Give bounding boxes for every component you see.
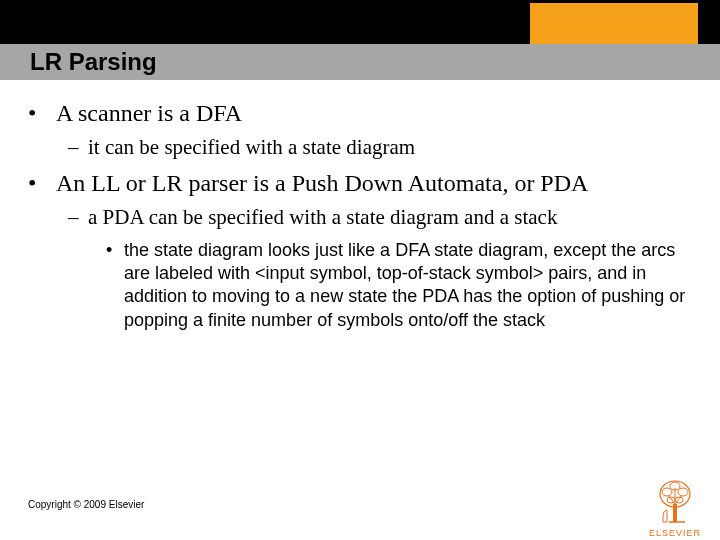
bullet-text: it can be specified with a state diagram — [88, 134, 415, 160]
copyright-text: Copyright © 2009 Elsevier — [28, 499, 144, 510]
elsevier-logo-text: ELSEVIER — [640, 528, 710, 538]
elsevier-tree-icon — [649, 478, 701, 526]
bullet-level2: – it can be specified with a state diagr… — [68, 134, 692, 160]
slide-title: LR Parsing — [30, 48, 157, 76]
bullet-text: the state diagram looks just like a DFA … — [124, 239, 692, 333]
svg-point-2 — [662, 488, 672, 496]
bullet-dash-icon: – — [68, 204, 88, 230]
bullet-text: An LL or LR parser is a Push Down Automa… — [56, 168, 588, 198]
svg-point-3 — [678, 488, 688, 496]
bullet-level1: • An LL or LR parser is a Push Down Auto… — [28, 168, 692, 198]
bullet-dash-icon: – — [68, 134, 88, 160]
bullet-level2: – a PDA can be specified with a state di… — [68, 204, 692, 230]
content-area: • A scanner is a DFA – it can be specifi… — [28, 98, 692, 340]
bullet-text: A scanner is a DFA — [56, 98, 242, 128]
elsevier-logo: ELSEVIER — [640, 478, 710, 538]
bullet-level1: • A scanner is a DFA — [28, 98, 692, 128]
bullet-dot-icon: • — [28, 98, 56, 128]
header-orange-box — [530, 3, 698, 44]
title-bar: LR Parsing — [0, 44, 720, 80]
bullet-dot-icon: • — [28, 168, 56, 198]
bullet-dot-icon: • — [106, 239, 124, 333]
bullet-text: a PDA can be specified with a state diag… — [88, 204, 557, 230]
bullet-level3: • the state diagram looks just like a DF… — [106, 239, 692, 333]
